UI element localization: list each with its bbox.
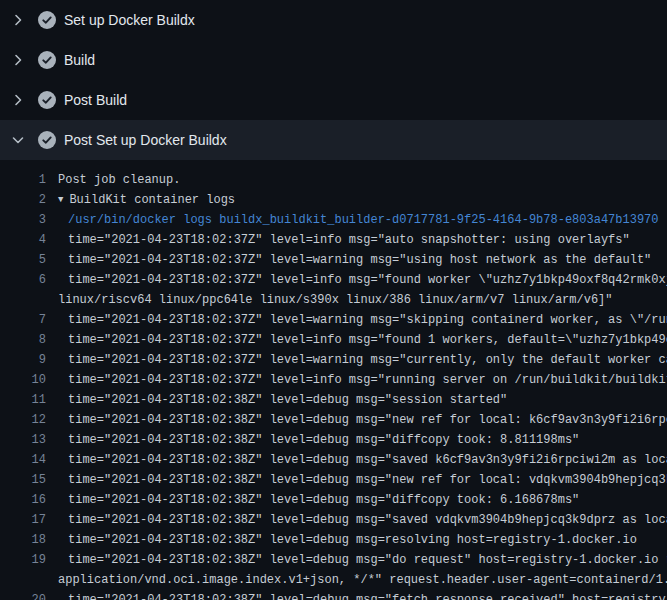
log-line-number[interactable]: 18 [0, 530, 46, 550]
log-line: 17time="2021-04-23T18:02:38Z" level=debu… [0, 510, 667, 530]
log-line: 13time="2021-04-23T18:02:38Z" level=debu… [0, 430, 667, 450]
log-line-continuation: application/vnd.oci.image.index.v1+json,… [0, 570, 667, 590]
log-line-number[interactable]: 11 [0, 390, 46, 410]
triangle-down-icon: ▼ [58, 190, 63, 210]
log-line-text: time="2021-04-23T18:02:37Z" level=warnin… [46, 310, 667, 330]
log-line: 14time="2021-04-23T18:02:38Z" level=debu… [0, 450, 667, 470]
step-list: Set up Docker BuildxBuildPost BuildPost … [0, 0, 667, 160]
log-line: 4time="2021-04-23T18:02:37Z" level=info … [0, 230, 667, 250]
step-header-set-up-docker-buildx[interactable]: Set up Docker Buildx [0, 0, 667, 40]
log-line-text: time="2021-04-23T18:02:37Z" level=warnin… [46, 250, 667, 270]
log-line: 10time="2021-04-23T18:02:37Z" level=info… [0, 370, 667, 390]
log-line-text: time="2021-04-23T18:02:38Z" level=debug … [46, 470, 667, 490]
log-line: 8time="2021-04-23T18:02:37Z" level=info … [0, 330, 667, 350]
log-line-number[interactable]: 3 [0, 210, 46, 230]
log-line-number [0, 570, 46, 590]
log-line: 11time="2021-04-23T18:02:38Z" level=debu… [0, 390, 667, 410]
log-line-number[interactable]: 5 [0, 250, 46, 270]
log-line-number[interactable]: 4 [0, 230, 46, 250]
log-line-text: time="2021-04-23T18:02:38Z" level=debug … [46, 550, 667, 570]
log-line-text: Post job cleanup. [46, 170, 667, 190]
check-circle-icon [38, 11, 56, 29]
log-line: 20time="2021-04-23T18:02:38Z" level=debu… [0, 590, 667, 600]
log-line: 9time="2021-04-23T18:02:37Z" level=warni… [0, 350, 667, 370]
log-line-number[interactable]: 19 [0, 550, 46, 570]
log-viewer: 1Post job cleanup.2▼BuildKit container l… [0, 160, 667, 600]
log-line: 15time="2021-04-23T18:02:38Z" level=debu… [0, 470, 667, 490]
log-line: 18time="2021-04-23T18:02:38Z" level=debu… [0, 530, 667, 550]
log-line: 5time="2021-04-23T18:02:37Z" level=warni… [0, 250, 667, 270]
actions-log-viewer: Set up Docker BuildxBuildPost BuildPost … [0, 0, 667, 600]
log-line-number[interactable]: 14 [0, 450, 46, 470]
step-title: Set up Docker Buildx [64, 12, 195, 28]
chevron-down-icon[interactable] [10, 132, 26, 148]
log-group-label: BuildKit container logs [69, 193, 235, 207]
step-title: Build [64, 52, 95, 68]
step-header-post-build[interactable]: Post Build [0, 80, 667, 120]
log-line-text: time="2021-04-23T18:02:38Z" level=debug … [46, 510, 667, 530]
log-line-text: time="2021-04-23T18:02:38Z" level=debug … [46, 390, 667, 410]
log-line: 16time="2021-04-23T18:02:38Z" level=debu… [0, 490, 667, 510]
log-line: 12time="2021-04-23T18:02:38Z" level=debu… [0, 410, 667, 430]
check-circle-icon [38, 131, 56, 149]
log-line-text: time="2021-04-23T18:02:38Z" level=debug … [46, 410, 667, 430]
log-line: 19time="2021-04-23T18:02:38Z" level=debu… [0, 550, 667, 570]
log-line-text: time="2021-04-23T18:02:37Z" level=info m… [46, 370, 667, 390]
log-command-text[interactable]: /usr/bin/docker logs buildx_buildkit_bui… [46, 210, 667, 230]
step-title: Post Build [64, 92, 127, 108]
log-line-text: time="2021-04-23T18:02:37Z" level=warnin… [46, 350, 667, 370]
step-title: Post Set up Docker Buildx [64, 132, 227, 148]
log-line-number[interactable]: 15 [0, 470, 46, 490]
check-circle-icon [38, 51, 56, 69]
log-line-number[interactable]: 13 [0, 430, 46, 450]
log-line: 2▼BuildKit container logs [0, 190, 667, 210]
log-line-text: linux/riscv64 linux/ppc64le linux/s390x … [46, 290, 667, 310]
log-line-number[interactable]: 10 [0, 370, 46, 390]
log-line-text: time="2021-04-23T18:02:38Z" level=debug … [46, 450, 667, 470]
log-line-text: time="2021-04-23T18:02:37Z" level=info m… [46, 330, 667, 350]
log-line: 1Post job cleanup. [0, 170, 667, 190]
log-line-number[interactable]: 2 [0, 190, 46, 210]
log-line-number[interactable]: 20 [0, 590, 46, 600]
chevron-right-icon[interactable] [10, 92, 26, 108]
log-group-toggle[interactable]: ▼BuildKit container logs [46, 190, 667, 210]
log-line-number[interactable]: 16 [0, 490, 46, 510]
log-line-text: time="2021-04-23T18:02:38Z" level=debug … [46, 430, 667, 450]
log-line-continuation: linux/riscv64 linux/ppc64le linux/s390x … [0, 290, 667, 310]
log-line-number[interactable]: 7 [0, 310, 46, 330]
log-line-text: time="2021-04-23T18:02:37Z" level=info m… [46, 270, 667, 290]
log-line-number [0, 290, 46, 310]
chevron-right-icon[interactable] [10, 12, 26, 28]
chevron-right-icon[interactable] [10, 52, 26, 68]
log-line-text: time="2021-04-23T18:02:38Z" level=debug … [46, 590, 667, 600]
log-line: 7time="2021-04-23T18:02:37Z" level=warni… [0, 310, 667, 330]
log-line-number[interactable]: 8 [0, 330, 46, 350]
log-line-number[interactable]: 1 [0, 170, 46, 190]
log-line-number[interactable]: 12 [0, 410, 46, 430]
log-line-number[interactable]: 6 [0, 270, 46, 290]
step-header-post-set-up-docker-buildx[interactable]: Post Set up Docker Buildx [0, 120, 667, 160]
log-line-text: time="2021-04-23T18:02:38Z" level=debug … [46, 490, 667, 510]
log-line: 3/usr/bin/docker logs buildx_buildkit_bu… [0, 210, 667, 230]
log-line-text: time="2021-04-23T18:02:38Z" level=debug … [46, 530, 667, 550]
log-line-number[interactable]: 9 [0, 350, 46, 370]
step-header-build[interactable]: Build [0, 40, 667, 80]
log-line: 6time="2021-04-23T18:02:37Z" level=info … [0, 270, 667, 290]
log-line-number[interactable]: 17 [0, 510, 46, 530]
log-line-text: time="2021-04-23T18:02:37Z" level=info m… [46, 230, 667, 250]
log-line-text: application/vnd.oci.image.index.v1+json,… [46, 570, 667, 590]
check-circle-icon [38, 91, 56, 109]
